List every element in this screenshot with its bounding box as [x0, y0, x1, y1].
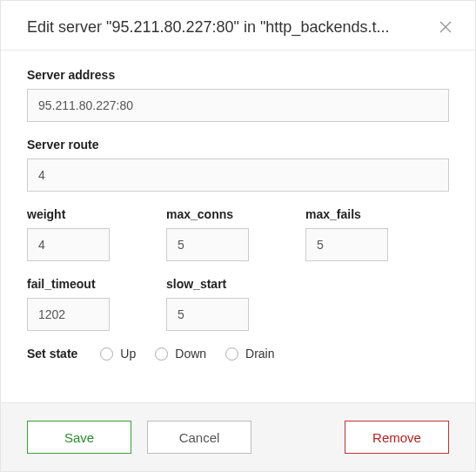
- numeric-row-1: weight max_conns max_fails: [27, 207, 449, 261]
- edit-server-dialog: Edit server "95.211.80.227:80" in "http_…: [0, 0, 476, 472]
- dialog-title: Edit server "95.211.80.227:80" in "http_…: [27, 18, 389, 37]
- server-route-input[interactable]: [27, 158, 449, 192]
- slow-start-group: slow_start: [166, 277, 279, 331]
- max-fails-group: max_fails: [305, 207, 419, 261]
- server-route-label: Server route: [27, 138, 449, 152]
- close-button[interactable]: [435, 17, 456, 37]
- fail-timeout-label: fail_timeout: [27, 277, 140, 291]
- server-address-label: Server address: [27, 68, 449, 82]
- max-conns-group: max_conns: [166, 207, 279, 261]
- server-address-input[interactable]: [27, 89, 449, 122]
- slow-start-input[interactable]: [166, 298, 249, 331]
- dialog-footer: Save Cancel Remove: [1, 402, 475, 471]
- state-up-text: Up: [120, 347, 136, 361]
- slow-start-label: slow_start: [166, 277, 279, 291]
- numeric-row-2: fail_timeout slow_start: [27, 277, 449, 331]
- max-fails-input[interactable]: [305, 228, 388, 261]
- dialog-body: Server address Server route weight max_c…: [1, 51, 475, 402]
- state-drain-option[interactable]: Drain: [225, 347, 274, 361]
- weight-input[interactable]: [27, 228, 110, 261]
- server-address-group: Server address: [27, 68, 449, 122]
- weight-label: weight: [27, 207, 140, 221]
- remove-button[interactable]: Remove: [345, 421, 449, 454]
- dialog-header: Edit server "95.211.80.227:80" in "http_…: [1, 1, 475, 51]
- radio-icon: [100, 347, 113, 361]
- set-state-label: Set state: [27, 347, 77, 361]
- state-drain-text: Drain: [245, 347, 274, 361]
- max-fails-label: max_fails: [305, 207, 419, 221]
- server-route-group: Server route: [27, 138, 449, 192]
- state-down-option[interactable]: Down: [155, 347, 206, 361]
- cancel-button[interactable]: Cancel: [147, 421, 251, 454]
- state-up-option[interactable]: Up: [100, 347, 136, 361]
- max-conns-input[interactable]: [166, 228, 249, 261]
- weight-group: weight: [27, 207, 140, 261]
- close-icon: [439, 20, 453, 34]
- set-state-row: Set state Up Down Drain: [27, 347, 449, 361]
- fail-timeout-input[interactable]: [27, 298, 110, 331]
- radio-icon: [225, 347, 238, 361]
- fail-timeout-group: fail_timeout: [27, 277, 140, 331]
- state-down-text: Down: [175, 347, 206, 361]
- max-conns-label: max_conns: [166, 207, 279, 221]
- save-button[interactable]: Save: [27, 421, 131, 454]
- radio-icon: [155, 347, 168, 361]
